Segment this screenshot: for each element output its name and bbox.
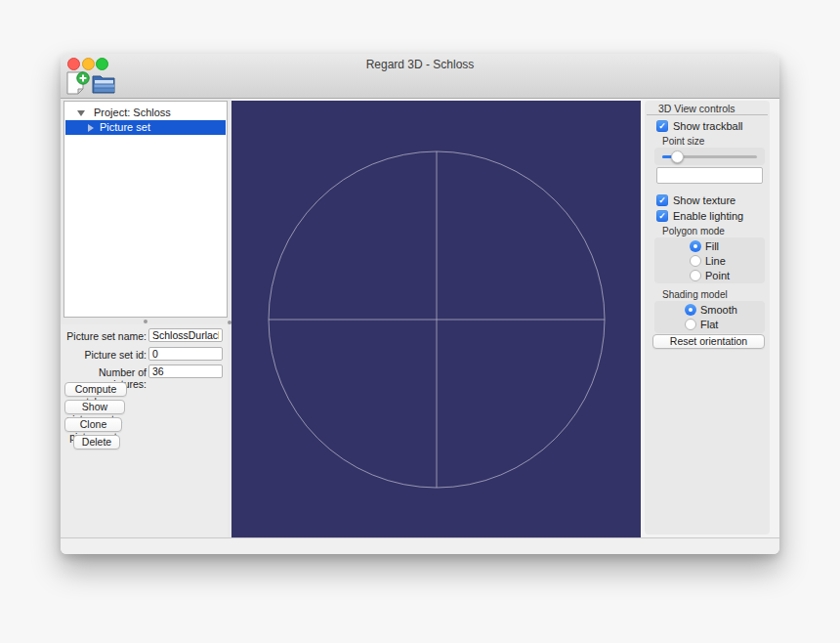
enable-lighting-checkbox[interactable]: ✓ Enable lighting xyxy=(656,210,764,223)
project-sidebar: Project: Schloss Picture set SchlossDurl… xyxy=(61,99,231,537)
shading-option-smooth[interactable]: Smooth xyxy=(654,303,765,318)
window-title: Regard 3D - Schloss xyxy=(61,58,779,71)
open-project-button[interactable] xyxy=(91,72,117,95)
tree-item-picture-set-label: Picture set SchlossDurlach xyxy=(100,120,226,150)
checkbox-checked-icon: ✓ xyxy=(656,210,668,222)
tree-item-project[interactable]: Project: Schloss xyxy=(65,106,226,120)
splitter-handle-icon xyxy=(144,320,147,323)
polygon-mode-label: Polygon mode xyxy=(662,226,725,236)
radio-unselected-icon xyxy=(690,255,701,267)
show-texture-label: Show texture xyxy=(673,194,735,207)
shading-flat-label: Flat xyxy=(700,318,718,332)
reset-orientation-button[interactable]: Reset orientation xyxy=(652,334,765,349)
shading-model-label: Shading model xyxy=(662,289,728,300)
app-window: Regard 3D - Schloss Pr xyxy=(61,54,779,554)
slider-track[interactable] xyxy=(662,155,757,158)
disclosure-collapsed-icon[interactable] xyxy=(88,124,94,132)
tree-item-picture-set[interactable]: Picture set SchlossDurlach xyxy=(65,120,226,135)
polygon-fill-label: Fill xyxy=(705,239,719,254)
enable-lighting-label: Enable lighting xyxy=(673,210,743,223)
compute-matches-button[interactable]: Compute matches... xyxy=(64,382,127,397)
horizontal-splitter[interactable] xyxy=(63,318,228,324)
open-folder-icon xyxy=(91,72,117,95)
title-bar: Regard 3D - Schloss xyxy=(61,54,779,99)
picture-set-name-input[interactable] xyxy=(148,328,223,342)
radio-unselected-icon xyxy=(690,270,701,281)
view-controls-header: 3D View controls xyxy=(658,103,735,114)
picture-set-name-label: Picture set name: xyxy=(61,330,147,342)
picture-set-form: Picture set name: Picture set id: Number… xyxy=(61,324,228,537)
polygon-mode-option-fill[interactable]: Fill xyxy=(654,239,765,254)
shading-option-flat[interactable]: Flat xyxy=(654,318,765,332)
show-picture-set-button[interactable]: Show picture set... xyxy=(64,400,125,414)
trackball-graphic xyxy=(231,101,641,537)
3d-viewport[interactable] xyxy=(231,101,641,537)
status-bar xyxy=(61,537,779,554)
clone-picture-set-button[interactable]: Clone picture set xyxy=(64,417,122,432)
slider-thumb[interactable] xyxy=(671,150,684,163)
tree-item-project-label: Project: Schloss xyxy=(94,106,171,120)
delete-button[interactable]: Delete xyxy=(73,435,120,450)
checkbox-checked-icon: ✓ xyxy=(656,194,668,206)
show-trackball-checkbox[interactable]: ✓ Show trackball xyxy=(656,120,764,133)
picture-set-id-label: Picture set id: xyxy=(61,349,147,361)
project-tree: Project: Schloss Picture set SchlossDurl… xyxy=(63,101,228,318)
new-document-icon xyxy=(64,69,91,97)
radio-unselected-icon xyxy=(685,319,696,330)
polygon-mode-option-line[interactable]: Line xyxy=(654,254,765,269)
polygon-point-label: Point xyxy=(705,269,730,283)
header-divider xyxy=(647,114,768,115)
show-texture-checkbox[interactable]: ✓ Show texture xyxy=(656,194,764,207)
shading-model-group: Smooth Flat xyxy=(654,301,765,333)
point-size-input[interactable] xyxy=(656,167,763,184)
shading-smooth-label: Smooth xyxy=(700,303,737,318)
new-project-button[interactable] xyxy=(64,69,91,97)
point-size-label: Point size xyxy=(662,136,704,147)
disclosure-expanded-icon[interactable] xyxy=(77,110,85,116)
show-trackball-label: Show trackball xyxy=(673,120,743,133)
point-size-slider[interactable] xyxy=(654,148,765,165)
polygon-mode-group: Fill Line Point xyxy=(654,237,765,283)
view-controls-panel: 3D View controls ✓ Show trackball Point … xyxy=(645,101,770,535)
polygon-mode-option-point[interactable]: Point xyxy=(654,269,765,283)
picture-set-id-input[interactable] xyxy=(148,347,223,361)
radio-selected-icon xyxy=(685,304,696,316)
polygon-line-label: Line xyxy=(705,254,726,269)
checkbox-checked-icon: ✓ xyxy=(656,120,668,132)
number-of-pictures-input[interactable] xyxy=(148,364,223,378)
radio-selected-icon xyxy=(690,240,701,252)
